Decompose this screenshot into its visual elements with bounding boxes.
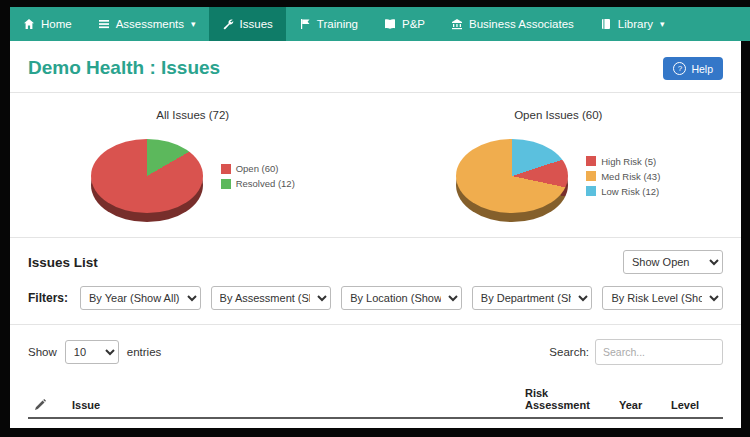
legend-item: Resolved (12) <box>221 178 295 189</box>
nav-item-home[interactable]: Home <box>10 7 85 41</box>
legend-swatch <box>586 171 596 181</box>
legend-swatch <box>221 164 231 174</box>
level-cell: HIGH <box>665 418 723 428</box>
filter-year-select[interactable]: By Year (Show All) <box>80 286 201 310</box>
bank-icon <box>451 18 463 30</box>
filter-assessment-select[interactable]: By Assessment (Show All) <box>211 286 332 310</box>
chart-legend: High Risk (5)Med Risk (43)Low Risk (12) <box>586 156 660 197</box>
chevron-down-icon: ▾ <box>660 20 665 29</box>
legend-item: Open (60) <box>221 163 295 174</box>
nav-item-business-associates[interactable]: Business Associates <box>438 7 587 41</box>
chart-title: All Issues (72) <box>156 109 229 121</box>
filters-row: Filters: By Year (Show All) By Assessmen… <box>10 284 741 324</box>
nav-item-label: Business Associates <box>469 18 574 30</box>
help-button[interactable]: ? Help <box>663 57 723 80</box>
search-label: Search: <box>549 346 589 358</box>
nav-item-assessments[interactable]: Assessments ▾ <box>85 7 209 41</box>
legend-swatch <box>221 179 231 189</box>
issues-list-title: Issues List <box>28 255 98 270</box>
wrench-icon <box>222 18 234 30</box>
search-input[interactable] <box>595 339 723 365</box>
legend-swatch <box>586 156 596 166</box>
pie-face <box>91 139 203 213</box>
issues-table: Issue Risk Assessment Year Level The lac… <box>28 383 723 428</box>
chart-title: Open Issues (60) <box>514 109 602 121</box>
legend-label: Med Risk (43) <box>601 171 660 182</box>
table-header-row: Issue Risk Assessment Year Level <box>28 383 723 418</box>
entries-count-select[interactable]: 10 <box>65 340 119 364</box>
chevron-down-icon: ▾ <box>191 20 196 29</box>
legend-label: Open (60) <box>236 163 279 174</box>
filters-label: Filters: <box>28 291 68 305</box>
nav-item-label: Issues <box>240 18 273 30</box>
column-header-year: Year <box>613 383 665 418</box>
screen: Home Assessments ▾ Issues Training P&P <box>0 0 750 437</box>
nav-item-issues[interactable]: Issues <box>209 7 286 41</box>
column-header-risk-assessment: Risk Assessment <box>519 383 613 418</box>
page-header: Demo Health : Issues ? Help <box>10 41 741 93</box>
show-open-select[interactable]: Show Open <box>623 250 723 274</box>
entries-label: entries <box>127 346 162 358</box>
list-icon <box>98 18 110 30</box>
book-icon <box>384 18 396 30</box>
issues-list-header: Issues List Show Open <box>10 238 741 284</box>
nav-item-pnp[interactable]: P&P <box>371 7 438 41</box>
pie-chart <box>456 139 568 213</box>
all-issues-chart: All Issues (72) Open (60)Resolved (12) <box>10 109 376 213</box>
legend-label: Low Risk (12) <box>601 186 659 197</box>
legend-swatch <box>586 186 596 196</box>
chart-legend: Open (60)Resolved (12) <box>221 163 295 189</box>
nav-item-library[interactable]: Library ▾ <box>587 7 678 41</box>
edit-cell <box>28 418 66 428</box>
nav-item-training[interactable]: Training <box>286 7 371 41</box>
column-header-level: Level <box>665 383 723 418</box>
pie-face <box>456 139 568 213</box>
legend-label: High Risk (5) <box>601 156 656 167</box>
column-header-issue: Issue <box>66 383 519 418</box>
open-issues-chart: Open Issues (60) High Risk (5)Med Risk (… <box>376 109 742 213</box>
nav-item-label: P&P <box>402 18 425 30</box>
pencil-icon <box>34 399 60 411</box>
charts-section: All Issues (72) Open (60)Resolved (12) O… <box>10 93 741 237</box>
legend-item: Low Risk (12) <box>586 186 660 197</box>
issue-cell: The lack of documented policies and proc… <box>66 418 519 428</box>
page-title: Demo Health : Issues <box>28 57 220 79</box>
filter-risk-level-select[interactable]: By Risk Level (Show All) <box>602 286 723 310</box>
help-button-label: Help <box>691 63 713 75</box>
edit-column-header <box>28 383 66 418</box>
filter-department-select[interactable]: By Department (Show All) <box>472 286 593 310</box>
top-navigation: Home Assessments ▾ Issues Training P&P <box>10 7 750 41</box>
filter-location-select[interactable]: By Location (Show All) <box>341 286 462 310</box>
nav-item-label: Assessments <box>116 18 184 30</box>
page-content: Demo Health : Issues ? Help All Issues (… <box>10 41 741 428</box>
entries-row: Show 10 entries Search: <box>10 325 741 375</box>
assessment-cell: Demo <box>519 418 613 428</box>
home-icon <box>23 18 35 30</box>
legend-item: Med Risk (43) <box>586 171 660 182</box>
question-mark-icon: ? <box>673 62 686 75</box>
table-row[interactable]: The lack of documented policies and proc… <box>28 418 723 428</box>
nav-item-label: Home <box>41 18 72 30</box>
library-book-icon <box>600 18 612 30</box>
show-label: Show <box>28 346 57 358</box>
legend-item: High Risk (5) <box>586 156 660 167</box>
year-cell: 2015 <box>613 418 665 428</box>
nav-item-label: Library <box>618 18 653 30</box>
legend-label: Resolved (12) <box>236 178 295 189</box>
pie-chart <box>91 139 203 213</box>
nav-item-label: Training <box>317 18 358 30</box>
flag-icon <box>299 18 311 30</box>
